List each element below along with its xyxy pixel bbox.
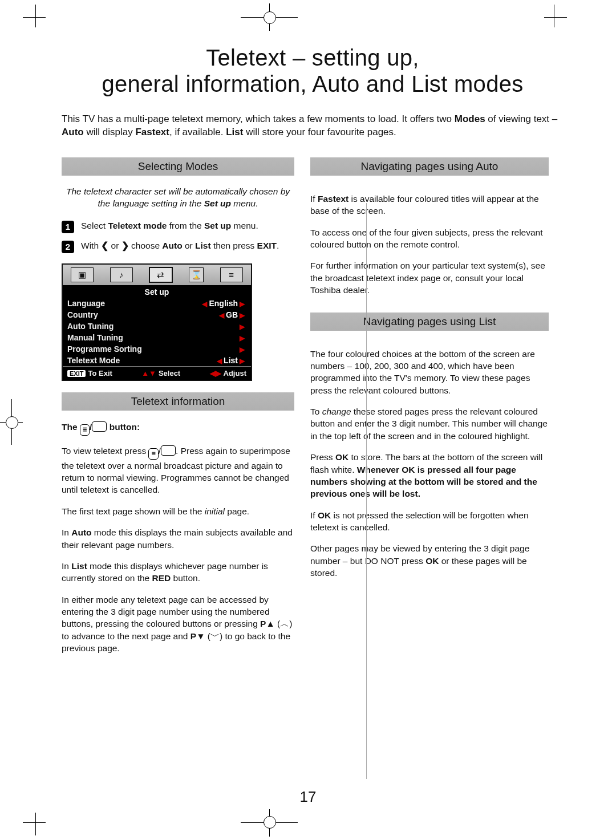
up-down-triangle-icon: ▲▼	[141, 369, 156, 378]
step-text: from the	[167, 221, 204, 230]
right-triangle-icon: ▶	[238, 334, 246, 342]
intro-fastext: Fastext	[135, 127, 169, 137]
osd-label: Country	[63, 309, 176, 320]
chevron-down-icon: ﹀	[210, 631, 220, 641]
intro-text: will store your four favourite pages.	[243, 127, 396, 137]
para-italic: change	[322, 407, 351, 416]
osd-row: Country◀GB▶	[63, 309, 251, 320]
para-text: If	[310, 194, 318, 204]
osd-value-cell: ◀List▶	[176, 355, 251, 366]
para-bold: OK	[335, 452, 348, 462]
auto-p2: To access one of the four given subjects…	[310, 226, 549, 251]
registration-circle-icon	[264, 816, 276, 829]
osd-row: Auto Tuning▶	[63, 320, 251, 332]
intro-paragraph: This TV has a multi-page teletext memory…	[62, 113, 564, 139]
setup-tab-icon: ⇄	[149, 267, 173, 283]
picture-tab-icon: ▣	[71, 267, 94, 282]
button-heading: The ≡/ button:	[62, 421, 294, 436]
step-bold: Auto	[162, 241, 182, 250]
page-title: Teletext – setting up, general informati…	[62, 44, 564, 97]
right-triangle-icon: ▶	[238, 311, 246, 319]
left-right-triangle-icon: ◀▶	[210, 369, 221, 378]
osd-label: Language	[63, 298, 176, 309]
step-text: or	[108, 241, 121, 250]
timer-tab-icon: ⌛	[189, 267, 204, 282]
section-heading-nav-list: Navigating pages using List	[310, 313, 549, 331]
para-text: (	[275, 619, 280, 628]
osd-row: Programme Sorting▶	[63, 343, 251, 355]
section-heading-selecting-modes: Selecting Modes	[62, 157, 294, 176]
osd-footer-exit: EXITTo Exit	[67, 369, 112, 378]
step-1-text: Select Teletext mode from the Set up men…	[81, 220, 258, 232]
osd-panel-title: Set up	[63, 286, 251, 298]
list-p2: To change these stored pages press the r…	[310, 405, 549, 442]
left-triangle-icon: ◀	[215, 357, 224, 365]
para-bold: Auto	[71, 527, 91, 537]
osd-label: Teletext Mode	[63, 355, 176, 366]
intro-list: List	[226, 127, 243, 137]
intro-text: , if available.	[169, 127, 226, 137]
left-triangle-icon: ◀	[217, 311, 226, 319]
right-column: Navigating pages using Auto If Fastext i…	[310, 155, 549, 664]
step-number-badge: 1	[62, 221, 74, 233]
para-text: )	[289, 619, 292, 628]
osd-menu-table: Language◀English▶ Country◀GB▶ Auto Tunin…	[63, 298, 251, 366]
down-triangle-icon: ▼	[196, 631, 205, 641]
osd-value: GB	[226, 310, 238, 319]
osd-value-cell: ▶	[176, 343, 251, 355]
section-heading-teletext-info: Teletext information	[62, 392, 294, 411]
para-text: In	[62, 527, 71, 537]
step-text: .	[277, 241, 279, 250]
osd-footer-text: Select	[159, 369, 180, 378]
osd-label: Auto Tuning	[63, 320, 176, 332]
osd-footer-text: To Exit	[88, 369, 112, 378]
list-p1: The four coloured choices at the bottom …	[310, 348, 549, 397]
osd-row: Language◀English▶	[63, 298, 251, 309]
osd-footer-text: Adjust	[224, 369, 246, 378]
osd-footer: EXITTo Exit ▲▼Select ◀▶Adjust	[63, 366, 251, 380]
two-column-layout: Selecting Modes The teletext character s…	[62, 155, 564, 664]
teletext-p4: In List mode this displays whichever pag…	[62, 560, 294, 585]
para-italic: initial	[205, 506, 225, 516]
left-column: Selecting Modes The teletext character s…	[62, 155, 294, 664]
chevron-up-icon: ︿	[280, 619, 289, 628]
osd-tab-row: ▣ ♪ ⇄ ⌛ ≡	[63, 265, 251, 286]
osd-row: Manual Tuning▶	[63, 332, 251, 343]
up-triangle-icon: ▲	[266, 619, 274, 628]
step-text: Select	[81, 221, 108, 230]
teletext-lines-icon: ≡	[148, 448, 158, 460]
teletext-tab-icon: ≡	[220, 267, 243, 282]
step-bold: Set up	[204, 221, 231, 230]
teletext-p3: In Auto mode this displays the main subj…	[62, 526, 294, 551]
osd-label: Manual Tuning	[63, 332, 176, 343]
list-p3: Press OK to store. The bars at the botto…	[310, 451, 549, 500]
list-p4: If OK is not pressed the selection will …	[310, 509, 549, 534]
right-triangle-icon: ▶	[238, 300, 246, 308]
step-text: choose	[129, 241, 163, 250]
step-2: 2 With ❮ or ❯ choose Auto or List then p…	[62, 240, 294, 253]
step-bold: List	[195, 241, 211, 250]
sound-tab-icon: ♪	[110, 267, 133, 282]
left-triangle-icon: ◀	[200, 300, 209, 308]
osd-value-cell: ◀English▶	[176, 298, 251, 309]
step-2-text: With ❮ or ❯ choose Auto or List then pre…	[81, 240, 279, 252]
btn-label-text: The	[62, 422, 80, 432]
osd-value: List	[224, 356, 238, 365]
para-bold: P	[260, 619, 266, 628]
crop-mark	[23, 822, 46, 823]
para-text: is not pressed the selection will be for…	[310, 510, 529, 532]
crop-mark	[23, 17, 46, 18]
osd-footer-adjust: ◀▶Adjust	[210, 369, 246, 378]
intro-text: of viewing text –	[485, 113, 558, 124]
manual-page: Teletext – setting up, general informati…	[0, 0, 616, 840]
osd-value-cell: ▶	[176, 320, 251, 332]
left-arrow-icon: ❮	[101, 241, 108, 250]
para-text: page.	[225, 506, 249, 516]
title-line-2: general information, Auto and List modes	[102, 71, 523, 96]
osd-setup-menu-diagram: ▣ ♪ ⇄ ⌛ ≡ Set up Language◀English▶ Count…	[62, 263, 252, 381]
step-number-badge: 2	[62, 241, 74, 253]
step-1: 1 Select Teletext mode from the Set up m…	[62, 220, 294, 233]
note-text: menu.	[231, 198, 258, 208]
right-triangle-icon: ▶	[238, 357, 246, 365]
auto-p1: If Fastext is available four coloured ti…	[310, 193, 549, 217]
